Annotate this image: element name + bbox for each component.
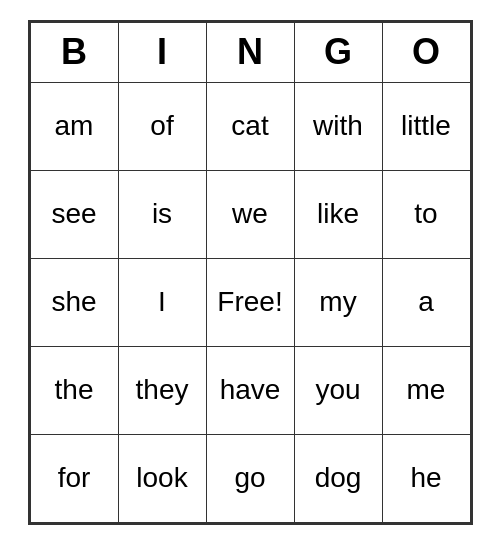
cell-3-4: me <box>382 346 470 434</box>
cell-2-2: Free! <box>206 258 294 346</box>
cell-2-0: she <box>30 258 118 346</box>
cell-0-1: of <box>118 82 206 170</box>
cell-0-4: little <box>382 82 470 170</box>
cell-1-4: to <box>382 170 470 258</box>
bingo-card: B I N G O amofcatwithlittleseeisweliketo… <box>28 20 473 525</box>
cell-3-3: you <box>294 346 382 434</box>
cell-0-3: with <box>294 82 382 170</box>
cell-0-2: cat <box>206 82 294 170</box>
cell-4-2: go <box>206 434 294 522</box>
table-row: thetheyhaveyoume <box>30 346 470 434</box>
header-o: O <box>382 22 470 82</box>
cell-0-0: am <box>30 82 118 170</box>
table-row: forlookgodoghe <box>30 434 470 522</box>
cell-4-3: dog <box>294 434 382 522</box>
cell-1-3: like <box>294 170 382 258</box>
cell-2-1: I <box>118 258 206 346</box>
cell-1-2: we <box>206 170 294 258</box>
table-row: amofcatwithlittle <box>30 82 470 170</box>
cell-2-4: a <box>382 258 470 346</box>
cell-1-1: is <box>118 170 206 258</box>
cell-3-0: the <box>30 346 118 434</box>
header-b: B <box>30 22 118 82</box>
header-i: I <box>118 22 206 82</box>
table-row: seeisweliketo <box>30 170 470 258</box>
header-n: N <box>206 22 294 82</box>
header-row: B I N G O <box>30 22 470 82</box>
cell-2-3: my <box>294 258 382 346</box>
cell-4-0: for <box>30 434 118 522</box>
table-row: sheIFree!mya <box>30 258 470 346</box>
cell-3-1: they <box>118 346 206 434</box>
bingo-table: B I N G O amofcatwithlittleseeisweliketo… <box>30 22 471 523</box>
bingo-body: amofcatwithlittleseeisweliketosheIFree!m… <box>30 82 470 522</box>
cell-4-1: look <box>118 434 206 522</box>
cell-4-4: he <box>382 434 470 522</box>
cell-1-0: see <box>30 170 118 258</box>
cell-3-2: have <box>206 346 294 434</box>
header-g: G <box>294 22 382 82</box>
